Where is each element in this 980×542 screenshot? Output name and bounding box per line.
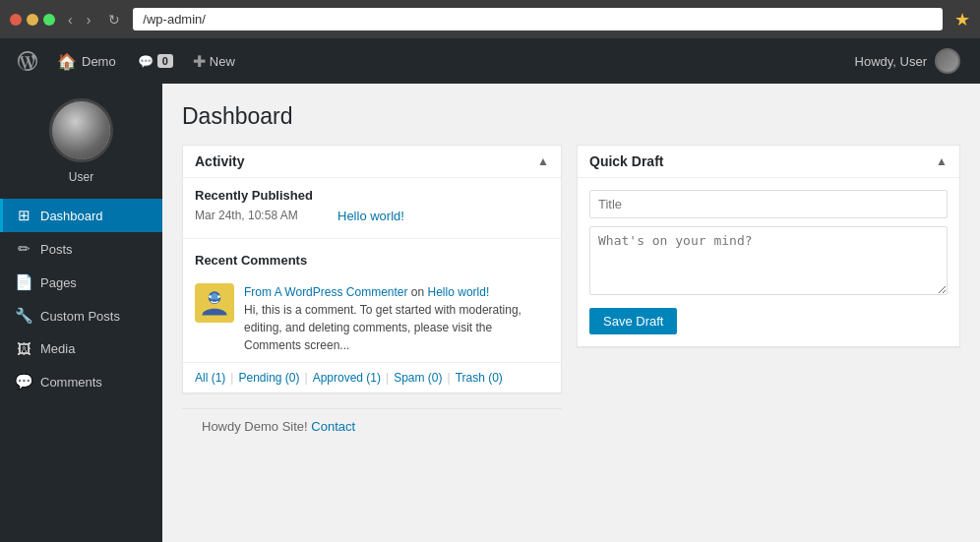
commenter-name-link[interactable]: From A WordPress Commenter — [244, 285, 408, 299]
wp-layout: User ⊞ Dashboard ✏ Posts 📄 Pages 🔧 Custo… — [0, 84, 980, 542]
admin-bar-new[interactable]: ✚ New — [183, 38, 245, 84]
media-icon: 🖼 — [15, 340, 32, 357]
commenter-icon — [197, 285, 232, 321]
avatar-image — [52, 101, 110, 159]
bookmark-star[interactable]: ★ — [954, 9, 970, 30]
commenter-avatar — [195, 283, 234, 323]
sidebar-item-custom-posts[interactable]: 🔧 Custom Posts — [0, 299, 162, 332]
footer-text: Howdy Demo Site! — [202, 419, 308, 434]
wp-admin-bar: 🏠 Demo 💬 0 ✚ New Howdy, User — [0, 38, 980, 84]
sep1: | — [230, 371, 233, 385]
filter-approved[interactable]: Approved (1) — [313, 371, 381, 385]
on-text: on — [411, 285, 428, 299]
activity-post-link[interactable]: Hello world! — [337, 209, 404, 223]
footer-contact-link[interactable]: Contact — [311, 419, 355, 434]
user-avatar-large — [49, 98, 113, 162]
sidebar-item-label-media: Media — [40, 341, 75, 356]
sidebar-item-label-posts: Posts — [40, 242, 73, 257]
new-label: New — [210, 54, 235, 69]
sidebar-username: User — [69, 170, 93, 184]
back-button[interactable]: ‹ — [63, 10, 78, 30]
activity-widget-header[interactable]: Activity ▲ — [183, 146, 561, 178]
sidebar-item-pages[interactable]: 📄 Pages — [0, 266, 162, 299]
avatar-placeholder — [195, 283, 234, 323]
divider — [183, 238, 561, 239]
howdy-menu[interactable]: Howdy, User — [845, 38, 970, 84]
filter-trash[interactable]: Trash (0) — [456, 371, 503, 385]
dashboard-icon: ⊞ — [15, 207, 32, 224]
dashboard-right-col: Quick Draft ▲ Save Draft — [577, 145, 960, 444]
plus-icon: ✚ — [193, 52, 206, 71]
sidebar-item-dashboard[interactable]: ⊞ Dashboard — [0, 199, 162, 232]
filter-pending[interactable]: Pending (0) — [238, 371, 299, 385]
admin-bar-demo-label: Demo — [82, 54, 116, 69]
comment-content: From A WordPress Commenter on Hello worl… — [244, 283, 549, 354]
wp-logo-icon — [18, 51, 37, 71]
custom-posts-icon: 🔧 — [15, 307, 32, 325]
sidebar-item-media[interactable]: 🖼 Media — [0, 332, 162, 365]
save-draft-button[interactable]: Save Draft — [589, 308, 677, 334]
wp-footer: Howdy Demo Site! Contact — [182, 408, 562, 444]
user-avatar-small — [935, 48, 960, 74]
activity-title: Activity — [195, 153, 245, 169]
comment-post-link[interactable]: Hello world! — [428, 285, 490, 299]
forward-button[interactable]: › — [82, 10, 96, 30]
sidebar-item-label-dashboard: Dashboard — [40, 209, 103, 223]
sep4: | — [448, 371, 451, 385]
wp-logo[interactable] — [10, 43, 45, 79]
quick-draft-header[interactable]: Quick Draft ▲ — [578, 146, 959, 178]
wp-main: Dashboard Activity ▲ Recently Published … — [162, 84, 980, 542]
quick-draft-toggle: ▲ — [936, 154, 948, 168]
admin-bar-right: Howdy, User — [845, 38, 970, 84]
sidebar-item-label-custom: Custom Posts — [40, 309, 120, 324]
dashboard-grid: Activity ▲ Recently Published Mar 24th, … — [182, 145, 960, 444]
quick-draft-content-input[interactable] — [589, 226, 948, 295]
recently-published-title: Recently Published — [195, 188, 549, 203]
svg-point-3 — [209, 295, 212, 298]
comment-item: From A WordPress Commenter on Hello worl… — [183, 275, 561, 362]
admin-bar-home[interactable]: 🏠 Demo — [45, 38, 128, 84]
quick-draft-title: Quick Draft — [589, 153, 663, 169]
howdy-text: Howdy, User — [855, 54, 927, 69]
pages-icon: 📄 — [15, 273, 32, 291]
quick-draft-body: Save Draft — [578, 178, 959, 346]
dot-yellow — [27, 14, 38, 26]
sep3: | — [386, 371, 389, 385]
sep2: | — [305, 371, 308, 385]
comments-icon: 💬 — [15, 373, 32, 391]
activity-item: Mar 24th, 10:58 AM Hello world! — [195, 209, 549, 223]
dot-green — [43, 14, 55, 26]
refresh-button[interactable]: ↻ — [103, 10, 125, 30]
home-icon: 🏠 — [57, 52, 77, 71]
activity-widget-body: Recently Published Mar 24th, 10:58 AM He… — [183, 178, 561, 392]
sidebar-item-label-comments: Comments — [40, 375, 102, 390]
activity-widget: Activity ▲ Recently Published Mar 24th, … — [182, 145, 562, 393]
svg-point-4 — [217, 295, 220, 298]
sidebar-menu: ⊞ Dashboard ✏ Posts 📄 Pages 🔧 Custom Pos… — [0, 199, 162, 398]
quick-draft-title-input[interactable] — [589, 190, 948, 218]
browser-nav: ‹ › — [63, 10, 95, 30]
comment-body-text: Hi, this is a comment. To get started wi… — [244, 303, 521, 352]
page-title: Dashboard — [182, 103, 960, 130]
recent-comments-title: Recent Comments — [183, 243, 561, 268]
activity-toggle: ▲ — [537, 154, 549, 168]
quick-draft-widget: Quick Draft ▲ Save Draft — [577, 145, 960, 347]
sidebar-item-label-pages: Pages — [40, 275, 77, 290]
filter-all[interactable]: All (1) — [195, 371, 225, 385]
url-bar[interactable] — [133, 8, 943, 30]
admin-bar-comments[interactable]: 💬 0 — [128, 38, 183, 84]
sidebar-item-posts[interactable]: ✏ Posts — [0, 232, 162, 266]
recently-published-section: Recently Published Mar 24th, 10:58 AM He… — [183, 178, 561, 234]
posts-icon: ✏ — [15, 240, 32, 258]
dot-red — [10, 14, 22, 26]
filter-spam[interactable]: Spam (0) — [394, 371, 442, 385]
activity-date: Mar 24th, 10:58 AM — [195, 209, 323, 222]
activity-filter: All (1) | Pending (0) | Approved (1) | S… — [183, 362, 561, 392]
comment-icon: 💬 — [138, 54, 153, 69]
browser-dots — [10, 14, 55, 26]
sidebar-item-comments[interactable]: 💬 Comments — [0, 365, 162, 398]
comment-count: 0 — [157, 54, 173, 68]
dashboard-left-col: Activity ▲ Recently Published Mar 24th, … — [182, 145, 562, 444]
wp-sidebar: User ⊞ Dashboard ✏ Posts 📄 Pages 🔧 Custo… — [0, 84, 162, 542]
browser-chrome: ‹ › ↻ ★ — [0, 0, 980, 38]
